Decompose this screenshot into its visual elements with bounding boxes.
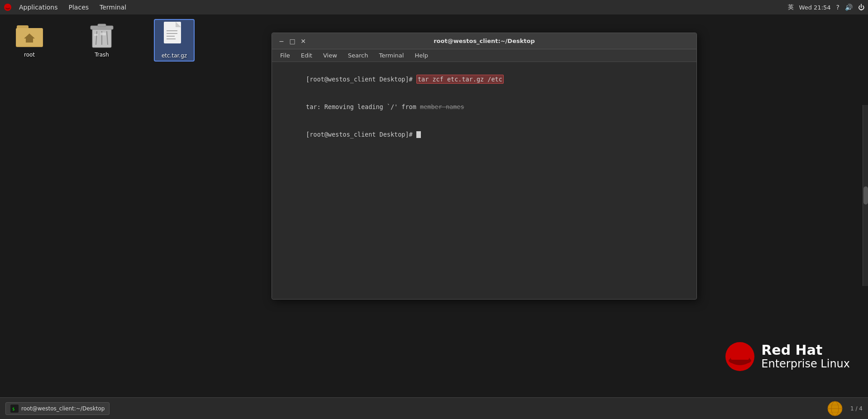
clock: Wed 21:54 [799,4,831,11]
terminal-line-1: [root@westos_client Desktop]# tar zcf et… [277,66,692,93]
taskbar-terminal-label: root@westos_client:~/Desktop [21,405,105,412]
terminal-menu-view[interactable]: View [319,51,342,60]
terminal-prompt-2: [root@westos_client Desktop]# [306,131,416,138]
terminal-window: − □ ✕ root@westos_client:~/Desktop File … [272,33,697,300]
svg-rect-7 [27,39,32,43]
svg-rect-15 [100,33,106,36]
top-bar-left: Applications Places Terminal [4,2,132,13]
svg-rect-26 [731,350,749,360]
etc-tar-gz-label: etc.tar.gz [162,52,187,59]
svg-rect-14 [94,34,98,36]
folder-icon [15,21,44,50]
menu-applications[interactable]: Applications [14,2,63,13]
taskbar-terminal-icon: $ [10,405,19,413]
terminal-menu-terminal[interactable]: Terminal [374,51,408,60]
taskbar-right: 1 / 4 [827,400,863,417]
terminal-title: root@westos_client:~/Desktop [307,38,661,44]
root-icon-label: root [24,52,35,58]
help-icon[interactable]: ? [836,4,839,11]
terminal-titlebar: − □ ✕ root@westos_client:~/Desktop [272,33,696,49]
terminal-cursor [416,131,421,138]
terminal-output-1: tar: Removing leading `/' from [306,103,420,110]
terminal-content[interactable]: [root@westos_client Desktop]# tar zcf et… [272,62,696,299]
terminal-line-2: tar: Removing leading `/' from member na… [277,93,692,121]
taskbar-left: $ root@westos_client:~/Desktop [5,402,110,415]
desktop-icon-etc-tar-gz[interactable]: etc.tar.gz [154,19,195,62]
page-indicator: 1 / 4 [850,405,863,412]
terminal-menu-search[interactable]: Search [343,51,373,60]
taskbar-terminal-item[interactable]: $ root@westos_client:~/Desktop [5,402,110,415]
globe-icon[interactable] [827,400,843,417]
power-icon[interactable]: ⏻ [858,4,864,11]
svg-text:$: $ [12,407,14,411]
svg-rect-10 [98,24,106,27]
desktop-scrollbar[interactable] [863,105,868,286]
file-archive-icon [160,22,189,51]
desktop: root Trash [0,14,868,397]
top-menu-bar: Applications Places Terminal 英 Wed 21:54… [0,0,868,14]
trash-icon [87,21,116,50]
terminal-menu-file[interactable]: File [276,51,295,60]
trash-icon-label: Trash [95,52,109,58]
svg-point-2 [6,6,10,8]
trash-svg [90,21,114,49]
redhat-branding: Red Hat Enterprise Linux [724,341,850,372]
brand-company: Red Hat [761,343,850,358]
taskbar: $ root@westos_client:~/Desktop 1 / 4 [0,397,868,419]
desktop-icon-root[interactable]: root [9,19,50,60]
terminal-close-button[interactable]: ✕ [299,37,307,45]
folder-svg [16,24,43,47]
menu-terminal[interactable]: Terminal [94,2,132,13]
terminal-prompt-1: [root@westos_client Desktop]# [306,76,416,83]
language-indicator[interactable]: 英 [788,3,794,11]
terminal-maximize-button[interactable]: □ [288,37,296,45]
brand-product: Enterprise Linux [761,358,850,371]
top-bar-right: 英 Wed 21:54 ? 🔊 ⏻ [788,3,864,11]
terminal-menubar: File Edit View Search Terminal Help [272,49,696,62]
desktop-icon-trash[interactable]: Trash [81,19,122,60]
redhat-text: Red Hat Enterprise Linux [761,343,850,371]
terminal-line-3: [root@westos_client Desktop]# [277,121,692,148]
file-svg [162,22,186,51]
terminal-window-buttons: − □ ✕ [277,37,307,45]
scrollbar-thumb[interactable] [863,186,868,205]
terminal-minimize-button[interactable]: − [277,37,286,45]
redhat-logo-large [724,341,756,372]
menu-places[interactable]: Places [63,2,95,13]
terminal-output-strikethrough: member names [420,103,464,110]
terminal-menu-help[interactable]: Help [410,51,433,60]
redhat-logo-icon [4,3,12,11]
terminal-command-highlight: tar zcf etc.tar.gz /etc [416,75,504,84]
sound-icon[interactable]: 🔊 [845,4,853,11]
terminal-small-icon: $ [11,405,18,412]
terminal-menu-edit[interactable]: Edit [296,51,317,60]
